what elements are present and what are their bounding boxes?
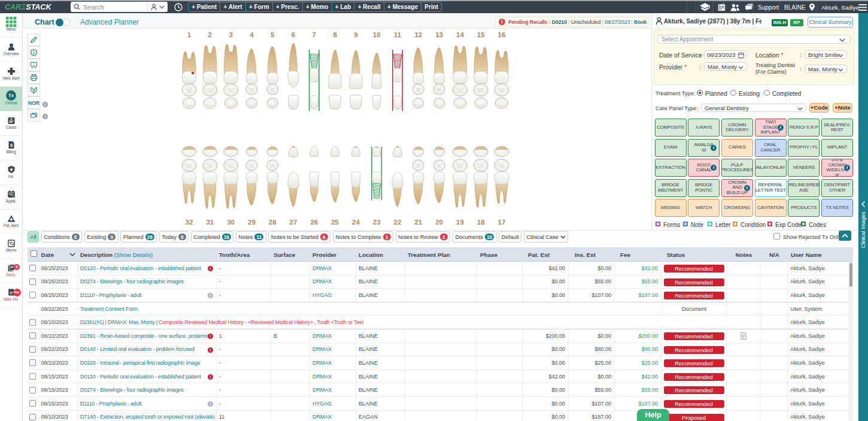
svg-text:26: 26	[310, 219, 318, 226]
svg-text:16: 16	[498, 31, 506, 38]
svg-text:14: 14	[456, 31, 464, 38]
svg-text:27: 27	[290, 219, 298, 226]
svg-text:30: 30	[227, 219, 235, 226]
svg-text:21: 21	[414, 219, 422, 226]
svg-text:10: 10	[373, 31, 381, 38]
svg-text:23: 23	[373, 219, 381, 226]
svg-text:9: 9	[354, 31, 357, 38]
svg-text:11: 11	[394, 31, 402, 38]
svg-text:7: 7	[312, 31, 316, 38]
svg-text:6: 6	[292, 31, 295, 38]
svg-text:18: 18	[477, 219, 485, 226]
svg-text:4: 4	[250, 31, 254, 38]
svg-text:1: 1	[187, 31, 192, 38]
svg-text:12: 12	[414, 31, 422, 38]
svg-text:15: 15	[477, 31, 485, 38]
svg-text:32: 32	[186, 219, 193, 226]
svg-text:20: 20	[435, 219, 443, 226]
svg-text:22: 22	[394, 219, 402, 226]
svg-text:3: 3	[229, 31, 232, 38]
svg-text:25: 25	[331, 219, 339, 226]
svg-text:24: 24	[352, 219, 360, 226]
svg-text:13: 13	[435, 31, 443, 38]
svg-text:19: 19	[456, 219, 464, 226]
svg-text:17: 17	[498, 219, 506, 226]
svg-text:31: 31	[206, 219, 214, 226]
svg-text:28: 28	[269, 219, 277, 226]
svg-text:2: 2	[208, 31, 212, 38]
svg-text:5: 5	[271, 31, 275, 38]
svg-text:8: 8	[333, 31, 337, 38]
svg-text:29: 29	[248, 219, 256, 226]
